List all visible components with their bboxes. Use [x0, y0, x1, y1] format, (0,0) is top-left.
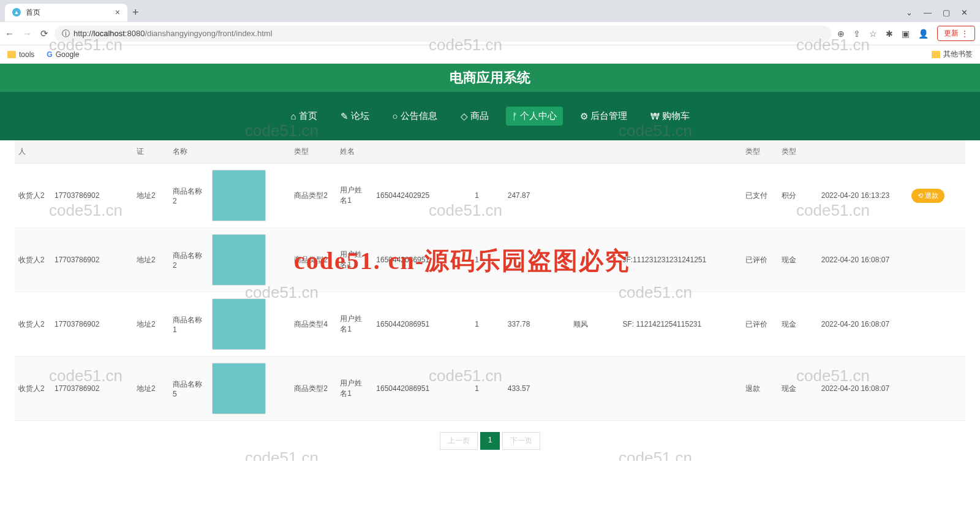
nav-item-论坛[interactable]: ✎论坛 — [334, 107, 375, 126]
url-text: http://localhost:8080/dianshangyingyong/… — [74, 29, 273, 38]
table-cell: 1 — [471, 164, 504, 228]
forward-icon[interactable]: → — [23, 28, 32, 39]
table-cell: 1650442402925 — [372, 164, 471, 228]
table-header — [504, 140, 570, 164]
table-cell — [504, 228, 570, 292]
nav-item-后台管理[interactable]: ⚙后台管理 — [574, 107, 633, 126]
table-cell: 2022-04-20 16:13:23 — [818, 164, 908, 228]
close-window-icon[interactable]: ✕ — [961, 8, 968, 17]
table-cell: 2022-04-20 16:08:07 — [818, 228, 908, 292]
table-cell: 17703786902 — [51, 228, 133, 292]
table-cell — [570, 164, 619, 228]
nav-icon: ⌂ — [290, 111, 296, 121]
bookmark-other[interactable]: 其他书签 — [932, 49, 973, 59]
table-cell: 商品名称5 — [169, 357, 208, 421]
reload-icon[interactable]: ⟳ — [40, 28, 48, 39]
table-cell: 商品名称1 — [169, 292, 208, 357]
table-cell — [570, 228, 619, 292]
table-cell: 337.78 — [504, 292, 570, 357]
table-cell: 1 — [471, 357, 504, 421]
update-button[interactable]: 更新⋮ — [937, 26, 975, 41]
search-icon[interactable]: ⊕ — [837, 29, 845, 39]
dropdown-icon[interactable]: ⌄ — [906, 8, 913, 17]
refund-button[interactable]: 退款 — [911, 189, 944, 203]
table-row: 收货人217703786902地址2商品名称1商品类型4用户姓名11650442… — [15, 292, 965, 357]
maximize-icon[interactable]: ▢ — [943, 8, 950, 17]
url-input[interactable]: ⓘ http://localhost:8080/dianshangyingyon… — [55, 26, 831, 42]
table-header: 名称 — [169, 140, 208, 164]
product-image — [212, 298, 266, 350]
table-cell: 17703786902 — [51, 357, 133, 421]
table-header-row: 人证名称类型姓名类型类型 — [15, 140, 965, 164]
nav-item-公告信息[interactable]: ○公告信息 — [386, 107, 443, 126]
table-header: 类型 — [778, 140, 817, 164]
address-bar: ← → ⟳ ⓘ http://localhost:8080/dianshangy… — [0, 22, 980, 45]
nav-item-购物车[interactable]: ₩购物车 — [644, 107, 696, 126]
table-cell: 收货人2 — [15, 357, 51, 421]
table-row: 收货人217703786902地址2商品名称2商品类型2用户姓名11650442… — [15, 164, 965, 228]
table-header — [908, 140, 965, 164]
tab-close-icon[interactable]: × — [115, 7, 120, 17]
nav-item-个人中心[interactable]: ᚠ个人中心 — [506, 107, 563, 126]
next-page-button[interactable]: 下一页 — [502, 432, 540, 450]
table-cell: 地址2 — [133, 164, 169, 228]
profile-icon[interactable]: 👤 — [918, 29, 929, 39]
nav-icon: ○ — [393, 111, 398, 121]
minimize-icon[interactable]: — — [924, 8, 932, 17]
table-cell: 2022-04-20 16:08:07 — [818, 292, 908, 357]
share-icon[interactable]: ⇪ — [853, 29, 861, 39]
star-icon[interactable]: ☆ — [869, 29, 877, 39]
google-icon: G — [47, 50, 52, 59]
bookmark-tools[interactable]: tools — [7, 50, 34, 59]
table-cell: 1 — [471, 228, 504, 292]
window-controls: ⌄ — ▢ ✕ — [906, 8, 975, 17]
new-tab-button[interactable]: + — [127, 4, 144, 21]
table-header: 类型 — [742, 140, 778, 164]
table-row: 收货人217703786902地址2商品名称5商品类型2用户姓名11650442… — [15, 357, 965, 421]
bookmark-google[interactable]: GGoogle — [47, 50, 79, 59]
table-header — [208, 140, 290, 164]
table-cell: 2022-04-20 16:08:07 — [818, 357, 908, 421]
table-cell: 用户姓名1 — [336, 357, 372, 421]
nav-icon: ◇ — [461, 111, 468, 122]
table-header: 姓名 — [336, 140, 372, 164]
side-panel-icon[interactable]: ▣ — [902, 29, 910, 39]
pagination: 上一页 1 下一页 — [15, 421, 965, 461]
nav-label: 公告信息 — [401, 110, 437, 122]
product-image — [212, 170, 266, 221]
nav-item-首页[interactable]: ⌂首页 — [284, 107, 323, 126]
table-cell: 商品类型2 — [290, 164, 336, 228]
table-cell: 地址2 — [133, 357, 169, 421]
table-header — [471, 140, 504, 164]
table-cell — [570, 357, 619, 421]
browser-tab[interactable]: ▲ 首页 × — [5, 4, 127, 21]
table-cell: 已评价 — [742, 292, 778, 357]
prev-page-button[interactable]: 上一页 — [440, 432, 478, 450]
table-cell: 商品名称2 — [169, 164, 208, 228]
table-header: 证 — [133, 140, 169, 164]
product-image — [212, 234, 266, 286]
table-cell: 地址2 — [133, 228, 169, 292]
table-cell: 用户姓名1 — [336, 164, 372, 228]
table-header — [570, 140, 619, 164]
back-icon[interactable]: ← — [5, 28, 14, 39]
page-1-button[interactable]: 1 — [480, 432, 500, 450]
nav-label: 首页 — [299, 110, 317, 122]
extensions-icon[interactable]: ✱ — [886, 29, 893, 39]
nav-item-商品[interactable]: ◇商品 — [454, 107, 495, 126]
table-cell: 1650442086951 — [372, 292, 471, 357]
favicon-icon: ▲ — [12, 8, 21, 17]
table-cell: 商品类型2 — [290, 357, 336, 421]
bookmark-bar: tools GGoogle 其他书签 — [0, 45, 980, 64]
nav-label: 个人中心 — [520, 110, 557, 122]
table-cell: 收货人2 — [15, 292, 51, 357]
table-cell: 商品类型2 — [290, 228, 336, 292]
nav-label: 后台管理 — [590, 110, 627, 122]
table-cell: 退款 — [742, 357, 778, 421]
tab-bar: ▲ 首页 × + ⌄ — ▢ ✕ — [0, 0, 980, 22]
table-cell: 1 — [471, 292, 504, 357]
table-cell: SF: 1121421254115231 — [619, 292, 742, 357]
table-cell: 17703786902 — [51, 164, 133, 228]
table-cell: 247.87 — [504, 164, 570, 228]
nav-icon: ✎ — [341, 111, 349, 122]
